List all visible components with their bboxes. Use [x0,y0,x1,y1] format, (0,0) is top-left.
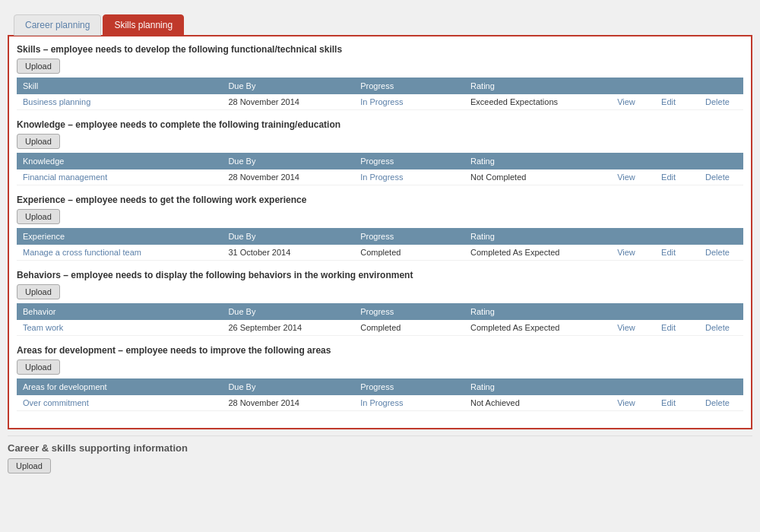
areas-col-progress: Progress [354,378,464,395]
tab-skills-planning-label: Skills planning [114,20,173,30]
experience-col-a3 [699,228,743,245]
skills-row1-view: View [611,94,655,110]
experience-row1-delete-link[interactable]: Delete [705,248,730,257]
skills-upload-button[interactable]: Upload [17,59,60,74]
experience-row1-edit: Edit [655,245,699,261]
knowledge-col-a3 [699,153,743,169]
table-row: Team work 26 September 2014 Completed Co… [17,320,743,336]
knowledge-row1-delete: Delete [699,169,743,185]
experience-col-a2 [655,228,699,245]
tabs-bar: Career planning Skills planning [8,8,752,35]
skills-col-skill: Skill [17,78,222,94]
footer-upload-button[interactable]: Upload [8,458,51,473]
experience-col-experience: Experience [17,228,222,245]
page-wrapper: Career planning Skills planning Skills –… [0,0,760,532]
knowledge-col-a1 [611,153,655,169]
knowledge-col-knowledge: Knowledge [17,153,222,169]
skills-col-a3 [699,78,743,94]
knowledge-row1-edit-link[interactable]: Edit [661,173,676,182]
section-knowledge: Knowledge – employee needs to complete t… [17,119,743,185]
knowledge-col-rating: Rating [464,153,611,169]
areas-row1-delete-link[interactable]: Delete [705,398,730,407]
table-row: Over commitment 28 November 2014 In Prog… [17,395,743,411]
areas-row1-rating: Not Achieved [464,395,611,411]
skills-row1-edit-link[interactable]: Edit [661,97,676,106]
areas-col-a3 [699,378,743,395]
behaviors-row1-view: View [611,320,655,336]
areas-col-area: Areas for development [17,378,222,395]
behaviors-row1-edit-link[interactable]: Edit [661,323,676,332]
behaviors-upload-button[interactable]: Upload [17,284,60,299]
experience-upload-button[interactable]: Upload [17,209,60,224]
areas-row1-edit-link[interactable]: Edit [661,398,676,407]
behaviors-row1-view-link[interactable]: View [617,323,635,332]
areas-row1-dueby: 28 November 2014 [222,395,354,411]
behaviors-row1-name: Team work [17,320,222,336]
skills-row1-progress: In Progress [354,94,464,110]
experience-row1-rating: Completed As Expected [464,245,611,261]
knowledge-upload-button[interactable]: Upload [17,134,60,149]
behaviors-row1-edit: Edit [655,320,699,336]
experience-row1-edit-link[interactable]: Edit [661,248,676,257]
areas-row1-view-link[interactable]: View [617,398,635,407]
section-skills: Skills – employee needs to develop the f… [17,44,743,110]
knowledge-section-title: Knowledge – employee needs to complete t… [17,119,743,130]
behaviors-table: Behavior Due By Progress Rating Team wor… [17,303,743,336]
section-areas: Areas for development – employee needs t… [17,345,743,411]
section-behaviors: Behaviors – employee needs to display th… [17,270,743,336]
behaviors-row1-link[interactable]: Team work [23,323,63,332]
skills-row1-dueby: 28 November 2014 [222,94,354,110]
experience-row1-name: Manage a cross functional team [17,245,222,261]
areas-col-a1 [611,378,655,395]
experience-row1-view-link[interactable]: View [617,248,635,257]
knowledge-row1-progress: In Progress [354,169,464,185]
knowledge-col-progress: Progress [354,153,464,169]
knowledge-col-dueby: Due By [222,153,354,169]
tab-skills-planning[interactable]: Skills planning [103,14,184,36]
behaviors-col-a2 [655,303,699,320]
footer-section: Career & skills supporting information U… [8,435,752,477]
areas-upload-button[interactable]: Upload [17,359,60,375]
knowledge-row1-delete-link[interactable]: Delete [705,173,730,182]
areas-col-dueby: Due By [222,378,354,395]
skills-row1-delete-link[interactable]: Delete [705,97,730,106]
areas-row1-progress: In Progress [354,395,464,411]
skills-row1-link[interactable]: Business planning [23,97,90,106]
knowledge-row1-view-link[interactable]: View [617,173,635,182]
knowledge-row1-name: Financial management [17,169,222,185]
experience-row1-progress: Completed [354,245,464,261]
skills-col-dueby: Due By [222,78,354,94]
areas-col-rating: Rating [464,378,611,395]
experience-col-dueby: Due By [222,228,354,245]
table-row: Business planning 28 November 2014 In Pr… [17,94,743,110]
experience-table: Experience Due By Progress Rating Manage… [17,228,743,261]
table-row: Financial management 28 November 2014 In… [17,169,743,185]
areas-table: Areas for development Due By Progress Ra… [17,378,743,411]
behaviors-row1-delete-link[interactable]: Delete [705,323,730,332]
behaviors-section-title: Behaviors – employee needs to display th… [17,270,743,280]
experience-row1-view: View [611,245,655,261]
knowledge-row1-view: View [611,169,655,185]
behaviors-row1-dueby: 26 September 2014 [222,320,354,336]
areas-row1-view: View [611,395,655,411]
tab-career-planning[interactable]: Career planning [14,14,101,36]
knowledge-col-a2 [655,153,699,169]
behaviors-col-rating: Rating [464,303,611,320]
main-content: Skills – employee needs to develop the f… [8,35,752,429]
areas-row1-link[interactable]: Over commitment [23,398,89,407]
behaviors-col-a3 [699,303,743,320]
experience-section-title: Experience – employee needs to get the f… [17,195,743,205]
behaviors-col-dueby: Due By [222,303,354,320]
skills-section-title: Skills – employee needs to develop the f… [17,44,743,55]
skills-col-rating: Rating [464,78,611,94]
knowledge-row1-dueby: 28 November 2014 [222,169,354,185]
areas-row1-edit: Edit [655,395,699,411]
knowledge-row1-link[interactable]: Financial management [23,173,107,182]
skills-table: Skill Due By Progress Rating Business pl… [17,78,743,110]
skills-col-progress: Progress [354,78,464,94]
experience-col-rating: Rating [464,228,611,245]
experience-row1-link[interactable]: Manage a cross functional team [23,248,141,257]
skills-col-a1 [611,78,655,94]
skills-row1-view-link[interactable]: View [617,97,635,106]
knowledge-row1-rating: Not Completed [464,169,611,185]
